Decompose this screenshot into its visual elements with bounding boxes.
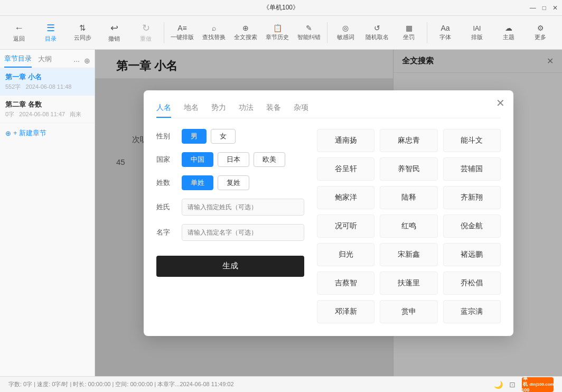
name-card-18[interactable]: 邓泽新: [317, 300, 374, 323]
random-icon: ↺: [374, 24, 380, 32]
main-area: 章节目录 大纲 ··· ⊕ 第一章 小名 552字 2024-06-08 11:…: [0, 50, 562, 376]
name-card-1[interactable]: 麻忠青: [380, 129, 437, 152]
back-icon: ←: [14, 23, 24, 34]
chapter-title-2: 第二章 各数: [5, 100, 89, 109]
theme-label: 主题: [503, 33, 514, 41]
toolbar-more[interactable]: ⚙ 更多: [526, 18, 555, 48]
toolbar-undo[interactable]: ↩ 撤销: [99, 18, 129, 48]
gender-male-btn[interactable]: 男: [182, 129, 207, 144]
name-grid: 通南扬麻忠青能斗文谷呈轩养智民芸辅国鲍家洋陆释齐新翔况可听红鸣倪金航归光宋新鑫褚…: [317, 129, 501, 323]
sidebar-add-btn[interactable]: ⊕: [84, 57, 90, 65]
name-card-13[interactable]: 宋新鑫: [380, 243, 437, 266]
toolbar-toc[interactable]: ☰ 目录: [36, 18, 65, 48]
content-area: 第一章 小名 全文搜索 ✕ 次听到别人夸奖，脸上的皱纹都会绽开，露出开怀的微笑。…: [95, 50, 562, 376]
toolbar-sensitive[interactable]: ◎ 敏感词: [331, 18, 360, 48]
name-card-3[interactable]: 谷呈轩: [317, 157, 374, 181]
modal-tab-power[interactable]: 势力: [211, 103, 226, 118]
theme-icon: ☁: [505, 24, 512, 32]
toolbar-sitting[interactable]: ▦ 坐罚: [394, 18, 424, 48]
name-card-14[interactable]: 褚远鹏: [443, 243, 501, 266]
sitting-icon: ▦: [406, 24, 413, 32]
findreplace-label: 查找替换: [202, 33, 226, 41]
name-card-2[interactable]: 能斗文: [443, 129, 501, 152]
name-card-19[interactable]: 赏申: [380, 300, 437, 323]
name-card-6[interactable]: 鲍家洋: [317, 186, 374, 209]
toolbar-onekey[interactable]: A≡ 一键排版: [167, 18, 197, 48]
gender-female-btn[interactable]: 女: [211, 129, 236, 144]
name-card-17[interactable]: 乔松倡: [443, 272, 501, 295]
chapter-item-2[interactable]: 第二章 各数 0字 2024-06-08 11:47 南来: [0, 96, 95, 123]
app-title: 《单机100》: [263, 3, 299, 12]
toc-icon: ☰: [46, 22, 55, 34]
country-western-btn[interactable]: 欧美: [254, 152, 285, 167]
sidebar-menu-btn[interactable]: ···: [73, 57, 80, 65]
name-card-7[interactable]: 陆释: [380, 186, 437, 209]
surname-input[interactable]: [182, 199, 304, 216]
toolbar-sync[interactable]: ⇅ 云同步: [68, 18, 97, 48]
more-label: 更多: [535, 33, 546, 41]
modal-tab-place[interactable]: 地名: [184, 103, 199, 118]
modal-tab-misc[interactable]: 杂项: [294, 103, 308, 118]
fulltext-label: 全文搜索: [234, 33, 257, 41]
layout-mode-icon[interactable]: ⊡: [509, 380, 516, 389]
sidebar-tab-bar: 章节目录 大纲 ··· ⊕: [0, 50, 95, 68]
minimize-btn[interactable]: —: [530, 4, 536, 12]
toolbar-layout[interactable]: lAl 排版: [462, 18, 492, 48]
sensitive-icon: ◎: [342, 24, 349, 32]
name-card-8[interactable]: 齐新翔: [443, 186, 501, 209]
country-japan-btn[interactable]: 日本: [218, 152, 249, 167]
toolbar-redo[interactable]: ↻ 重做: [131, 18, 161, 48]
name-card-4[interactable]: 养智民: [380, 157, 437, 181]
name-card-9[interactable]: 况可听: [317, 214, 374, 238]
name-card-10[interactable]: 红鸣: [380, 214, 437, 238]
modal-tab-skill[interactable]: 功法: [239, 103, 254, 118]
name-card-11[interactable]: 倪金航: [443, 214, 501, 238]
name-form: 性别 男 女 国家 中国 日本 欧美: [156, 129, 304, 323]
name-input[interactable]: [182, 224, 304, 241]
sidebar-tab-toc[interactable]: 章节目录: [4, 54, 32, 68]
add-chapter-btn[interactable]: ⊕ + 新建章节: [0, 123, 95, 143]
fulltext-icon: ⊕: [242, 24, 249, 32]
toolbar-theme[interactable]: ☁ 主题: [494, 18, 523, 48]
name-card-16[interactable]: 扶蓬里: [380, 272, 437, 295]
random-label: 随机取名: [366, 33, 389, 41]
history-icon: 📋: [273, 24, 282, 32]
toolbar-fulltext[interactable]: ⊕ 全文搜索: [231, 18, 260, 48]
window-controls: — □ ✕: [530, 4, 558, 12]
sync-label: 云同步: [74, 34, 91, 42]
redo-label: 重做: [140, 35, 152, 43]
toolbar-history[interactable]: 📋 章节历史: [263, 18, 292, 48]
country-china-btn[interactable]: 中国: [182, 152, 213, 167]
name-card-20[interactable]: 蓝宗满: [443, 300, 501, 323]
redo-icon: ↻: [142, 22, 150, 34]
toolbar-findreplace[interactable]: ⌕ 查找替换: [199, 18, 229, 48]
sidebar-tab-outline[interactable]: 大纲: [38, 54, 52, 67]
maximize-btn[interactable]: □: [542, 4, 546, 12]
double-surname-btn[interactable]: 复姓: [218, 175, 249, 190]
night-mode-icon[interactable]: 🌙: [494, 380, 503, 389]
name-card-15[interactable]: 吉蔡智: [317, 272, 374, 295]
country-label: 国家: [156, 155, 177, 164]
toolbar-smart[interactable]: ✎ 智能纠错: [294, 18, 324, 48]
chapter-meta-1: 552字 2024-06-08 11:48: [5, 83, 89, 91]
toolbar-random[interactable]: ↺ 随机取名: [362, 18, 392, 48]
single-surname-btn[interactable]: 单姓: [182, 175, 213, 190]
surname-label: 姓氏: [156, 202, 177, 212]
status-text: 字数: 0字 | 速度: 0字/时 | 时长: 00:00:00 | 空间: 0…: [8, 380, 234, 388]
chapter-item-1[interactable]: 第一章 小名 552字 2024-06-08 11:48: [0, 68, 95, 96]
toolbar-font[interactable]: Aa 字体: [430, 18, 460, 48]
modal-tab-person[interactable]: 人名: [156, 103, 171, 118]
modal-tab-equip[interactable]: 装备: [266, 103, 281, 118]
chapter-title-1: 第一章 小名: [5, 72, 89, 82]
name-card-0[interactable]: 通南扬: [317, 129, 374, 152]
name-card-5[interactable]: 芸辅国: [443, 157, 501, 181]
sidebar: 章节目录 大纲 ··· ⊕ 第一章 小名 552字 2024-06-08 11:…: [0, 50, 95, 376]
toolbar-back[interactable]: ← 返回: [4, 18, 34, 48]
back-label: 返回: [13, 35, 25, 43]
divider-3: [427, 22, 427, 43]
generate-btn[interactable]: 生成: [156, 256, 304, 277]
modal-close-btn[interactable]: ✕: [496, 97, 505, 109]
name-card-12[interactable]: 归光: [317, 243, 374, 266]
close-btn[interactable]: ✕: [552, 4, 558, 12]
findreplace-icon: ⌕: [212, 24, 216, 32]
